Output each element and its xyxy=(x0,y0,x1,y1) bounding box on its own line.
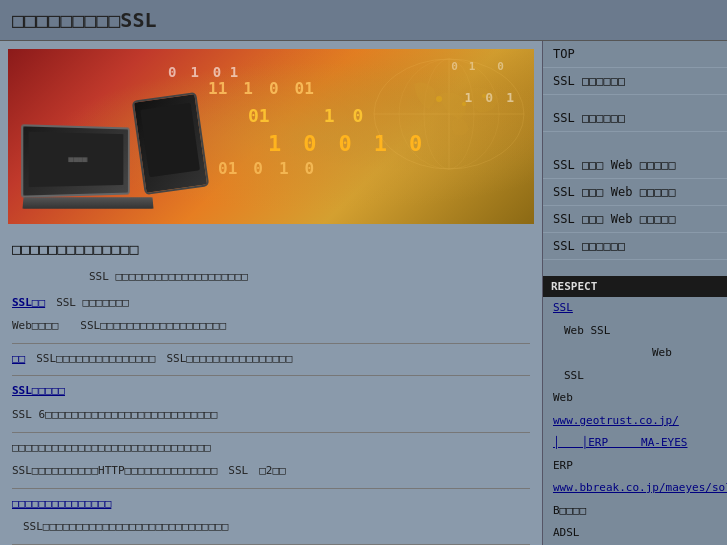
header: □□□□□□□□□SSL xyxy=(0,0,727,41)
sidebar-item-ssl2[interactable]: SSL □□□□□□ xyxy=(543,105,727,132)
binary-3: 01 1 0 xyxy=(248,104,363,128)
sidebar-erp-link[interactable]: │ │ERP MA-EYES xyxy=(553,436,687,449)
divider-4 xyxy=(12,488,530,489)
section3-label: SSL□□□□□ xyxy=(12,382,530,400)
section-4: □□□□□□□□□□□□□□□□□□□□□□□□□□□□□□ SSL□□□□□□… xyxy=(12,439,530,480)
section-1: SSL□□ SSL □□□□□□□ Web□□□□ SSL□□□□□□□□□□□… xyxy=(12,294,530,335)
sidebar-spacer-1 xyxy=(543,95,727,105)
binary-5: 01 0 1 0 xyxy=(218,159,314,180)
section4-text2: SSL□□□□□□□□□□HTTP□□□□□□□□□□□□□□ SSL □2□□ xyxy=(12,462,530,480)
sidebar-adsl-text: ADSL xyxy=(553,526,580,539)
sidebar-item-ssl-web3[interactable]: SSL □□□ Web □□□□□ xyxy=(543,206,727,233)
section-2: □□ SSL□□□□□□□□□□□□□□□ SSL□□□□□□□□□□□□□□□… xyxy=(12,350,530,368)
page-title: □□□□□□□□□SSL xyxy=(12,8,157,32)
sidebar-ssl1-label: SSL □□□□□□ xyxy=(553,74,625,88)
sidebar-ssl-web3-label: SSL □□□ Web □□□□□ xyxy=(553,212,676,226)
sidebar-item-ssl-web1[interactable]: SSL □□□ Web □□□□□ xyxy=(543,152,727,179)
sidebar-sub-web2: Web xyxy=(543,342,727,365)
divider-1 xyxy=(12,343,530,344)
section5-label: □□□□□□□□□□□□□□□ xyxy=(12,495,530,513)
sidebar-spacer-2 xyxy=(543,132,727,142)
sidebar-sub-adsl: ADSL xyxy=(543,522,727,545)
laptop-graphic: ■■■■ xyxy=(23,126,153,209)
sidebar-erp2-text: ERP xyxy=(553,459,573,472)
sidebar-item-ssl3[interactable]: SSL □□□□□□ xyxy=(543,233,727,260)
sidebar-sub-erp[interactable]: │ │ERP MA-EYES xyxy=(543,432,727,455)
sidebar-sub-web-ssl: Web SSL xyxy=(543,320,727,343)
section3-text: SSL 6□□□□□□□□□□□□□□□□□□□□□□□□□□ xyxy=(12,406,530,424)
sidebar-item-ssl1[interactable]: SSL □□□□□□ xyxy=(543,68,727,95)
section4-text1: □□□□□□□□□□□□□□□□□□□□□□□□□□□□□□ xyxy=(12,439,530,457)
sidebar-b1-text: B□□□□ xyxy=(553,504,586,517)
intro-section: SSL □□□□□□□□□□□□□□□□□□□□ xyxy=(12,268,530,286)
sidebar-item-top[interactable]: TOP xyxy=(543,41,727,68)
section-3: SSL□□□□□ SSL 6□□□□□□□□□□□□□□□□□□□□□□□□□□ xyxy=(12,382,530,423)
page-subtitle: □□□□□□□□□□□□□□ xyxy=(12,240,530,258)
sidebar-web-ssl-text: Web SSL xyxy=(553,324,610,337)
sidebar-top-label: TOP xyxy=(553,47,575,61)
sidebar-sub-ssl[interactable]: SSL xyxy=(543,297,727,320)
sidebar-web3-text: Web xyxy=(553,391,573,404)
section5-text: SSL□□□□□□□□□□□□□□□□□□□□□□□□□□□□ xyxy=(12,518,530,536)
svg-point-6 xyxy=(462,102,466,106)
sidebar-web2-text: Web xyxy=(553,346,672,359)
sidebar-spacer-4 xyxy=(543,260,727,270)
sidebar-ssl3-label: SSL □□□□□□ xyxy=(553,239,625,253)
sidebar-ssl-link[interactable]: SSL xyxy=(553,301,573,314)
sidebar-geotrust-link[interactable]: www.geotrust.co.jp/ xyxy=(553,414,679,427)
sidebar-sub-ssl2: SSL xyxy=(543,365,727,388)
ssl-link-4[interactable]: □□□□□□□□□□□□□□□ xyxy=(12,497,111,510)
divider-2 xyxy=(12,375,530,376)
sidebar-ssl-web1-label: SSL □□□ Web □□□□□ xyxy=(553,158,676,172)
main-layout: 0 1 0 1 11 1 0 01 01 1 0 1 0 0 1 0 01 0 … xyxy=(0,41,727,545)
sidebar-bbreak-link[interactable]: www.bbreak.co.jp/maeyes/solution/hanbai xyxy=(553,481,727,494)
sidebar-sub-bbreak[interactable]: www.bbreak.co.jp/maeyes/solution/hanbai xyxy=(543,477,727,500)
content-area: 0 1 0 1 11 1 0 01 01 1 0 1 0 0 1 0 01 0 … xyxy=(0,41,542,545)
section-5: □□□□□□□□□□□□□□□ SSL□□□□□□□□□□□□□□□□□□□□□… xyxy=(12,495,530,536)
section1-text: SSL□□ SSL □□□□□□□ xyxy=(12,294,530,312)
section2-label: □□ SSL□□□□□□□□□□□□□□□ SSL□□□□□□□□□□□□□□□… xyxy=(12,350,530,368)
section1-text2: Web□□□□ SSL□□□□□□□□□□□□□□□□□□□ xyxy=(12,317,530,335)
sidebar-sub-web3: Web xyxy=(543,387,727,410)
sidebar-ssl-web2-label: SSL □□□ Web □□□□□ xyxy=(553,185,676,199)
content-body: □□□□□□□□□□□□□□ SSL □□□□□□□□□□□□□□□□□□□□ … xyxy=(0,232,542,545)
ssl-link-1[interactable]: SSL□□ xyxy=(12,296,45,309)
ssl-link-2[interactable]: □□ xyxy=(12,352,25,365)
svg-point-7 xyxy=(482,94,486,98)
hero-image: 0 1 0 1 11 1 0 01 01 1 0 1 0 0 1 0 01 0 … xyxy=(8,49,534,224)
sidebar-sub-b1: B□□□□ xyxy=(543,500,727,523)
sidebar-ssl2-label: SSL □□□□□□ xyxy=(553,111,625,125)
sidebar: TOP SSL □□□□□□ SSL □□□□□□ SSL □□□ Web □□… xyxy=(542,41,727,545)
svg-point-5 xyxy=(436,96,442,102)
binary-2: 11 1 0 01 xyxy=(208,79,314,100)
sidebar-section-header: RESPECT xyxy=(543,276,727,297)
sidebar-ssl2-text: SSL xyxy=(553,369,584,382)
intro-text: SSL □□□□□□□□□□□□□□□□□□□□ xyxy=(12,268,530,286)
ssl-link-3[interactable]: SSL□□□□□ xyxy=(12,384,65,397)
sidebar-item-ssl-web2[interactable]: SSL □□□ Web □□□□□ xyxy=(543,179,727,206)
sidebar-sub-geotrust[interactable]: www.geotrust.co.jp/ xyxy=(543,410,727,433)
sidebar-spacer-3 xyxy=(543,142,727,152)
divider-3 xyxy=(12,432,530,433)
world-map xyxy=(369,54,529,174)
sidebar-sub-erp2: ERP xyxy=(543,455,727,478)
